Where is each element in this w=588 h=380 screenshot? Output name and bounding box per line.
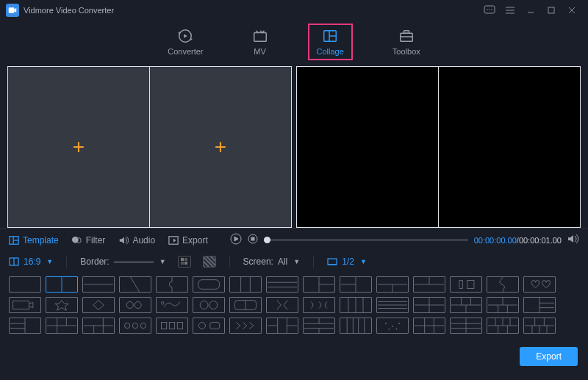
svg-rect-96	[177, 322, 182, 329]
template-item[interactable]	[82, 297, 115, 313]
svg-point-58	[161, 301, 164, 304]
template-item[interactable]	[9, 297, 41, 313]
border-select[interactable]: Border: ▼	[80, 257, 165, 267]
split-view-select[interactable]: 1/2▼	[327, 257, 367, 267]
template-item[interactable]	[450, 297, 482, 313]
minimize-button[interactable]	[520, 3, 541, 18]
template-item[interactable]	[487, 276, 519, 293]
screen-select[interactable]: Screen: All▼	[243, 257, 301, 267]
template-item[interactable]	[266, 297, 298, 313]
template-item[interactable]	[193, 276, 225, 293]
template-item[interactable]	[82, 318, 115, 334]
template-item[interactable]	[156, 276, 188, 293]
nav-toolbox[interactable]: Toolbox	[384, 24, 429, 60]
aspect-ratio-select[interactable]: 16:9▼	[9, 257, 53, 267]
template-item[interactable]	[156, 297, 188, 313]
template-item[interactable]	[229, 297, 262, 313]
template-item[interactable]	[229, 318, 262, 334]
template-item[interactable]	[340, 276, 372, 293]
time-display: 00:00:00.00/00:00:01.00	[474, 236, 562, 245]
template-item[interactable]	[266, 276, 298, 293]
svg-rect-53	[467, 281, 474, 289]
nav-mv[interactable]: MV	[243, 24, 277, 60]
preview-canvas	[296, 66, 581, 228]
border-color-picker[interactable]	[178, 256, 191, 268]
svg-marker-55	[93, 301, 104, 310]
collage-cell-1[interactable]: +	[8, 67, 150, 227]
template-item[interactable]	[46, 297, 78, 313]
svg-point-111	[385, 323, 387, 324]
template-item[interactable]	[376, 276, 409, 293]
nav-converter[interactable]: Converter	[159, 24, 212, 60]
svg-line-38	[131, 277, 140, 292]
subtab-template[interactable]: Template	[9, 235, 59, 245]
template-item[interactable]	[450, 276, 482, 293]
svg-point-91	[124, 323, 129, 328]
svg-point-93	[140, 323, 146, 328]
template-item[interactable]	[450, 318, 482, 334]
export-button[interactable]: Export	[520, 347, 578, 366]
collage-cell-2[interactable]: +	[150, 67, 291, 227]
template-item[interactable]	[9, 318, 41, 334]
add-media-icon: +	[215, 135, 226, 159]
template-item[interactable]	[82, 276, 115, 293]
options-bar: 16:9▼ Border: ▼ Screen: All▼ 1/2▼	[0, 251, 588, 272]
svg-point-97	[198, 322, 205, 329]
template-item[interactable]	[156, 318, 188, 334]
maximize-button[interactable]	[541, 3, 562, 18]
subtab-audio[interactable]: Audio	[118, 235, 155, 245]
svg-rect-0	[9, 7, 15, 13]
app-logo	[6, 4, 19, 17]
template-item[interactable]	[413, 276, 445, 293]
svg-rect-95	[169, 322, 174, 329]
template-item[interactable]	[193, 297, 225, 313]
template-item[interactable]	[413, 297, 445, 313]
play-button[interactable]	[230, 233, 242, 247]
template-grid	[0, 272, 588, 340]
preview-cell-1	[297, 67, 439, 227]
volume-icon[interactable]	[567, 234, 579, 246]
template-item[interactable]	[523, 297, 556, 313]
template-item[interactable]	[9, 276, 41, 293]
template-item[interactable]	[46, 318, 78, 334]
progress-bar[interactable]	[264, 239, 468, 241]
template-item[interactable]	[523, 276, 556, 293]
svg-point-114	[389, 329, 390, 330]
template-item[interactable]	[193, 318, 225, 334]
template-item[interactable]	[487, 297, 519, 313]
template-item[interactable]	[303, 276, 335, 293]
svg-point-113	[398, 323, 400, 324]
border-preview-line	[114, 262, 154, 262]
template-item[interactable]	[303, 297, 335, 313]
subtab-export[interactable]: Export	[168, 235, 208, 245]
border-pattern-picker[interactable]	[203, 256, 216, 268]
svg-rect-98	[210, 322, 220, 329]
template-item[interactable]	[303, 318, 335, 334]
menu-icon[interactable]	[500, 3, 520, 18]
svg-point-4	[491, 9, 492, 10]
template-item[interactable]	[266, 318, 298, 334]
template-item[interactable]	[487, 318, 519, 334]
template-item[interactable]	[46, 276, 78, 293]
template-item[interactable]	[413, 318, 445, 334]
svg-point-2	[487, 9, 487, 10]
template-item[interactable]	[376, 297, 409, 313]
svg-rect-32	[181, 262, 184, 265]
template-item[interactable]	[119, 276, 151, 293]
subtab-filter[interactable]: Filter	[72, 235, 106, 245]
template-item[interactable]	[523, 318, 556, 334]
feedback-icon[interactable]	[479, 3, 500, 18]
add-media-icon: +	[73, 135, 85, 159]
nav-collage[interactable]: Collage	[308, 24, 353, 60]
svg-rect-33	[184, 262, 187, 265]
template-item[interactable]	[119, 318, 151, 334]
template-item[interactable]	[376, 318, 409, 334]
template-item[interactable]	[340, 297, 372, 313]
svg-rect-31	[184, 258, 187, 261]
template-item[interactable]	[119, 297, 151, 313]
stop-button[interactable]	[248, 234, 258, 246]
template-item[interactable]	[340, 318, 372, 334]
template-item[interactable]	[229, 276, 262, 293]
close-button[interactable]	[562, 3, 582, 18]
svg-point-59	[200, 301, 208, 309]
